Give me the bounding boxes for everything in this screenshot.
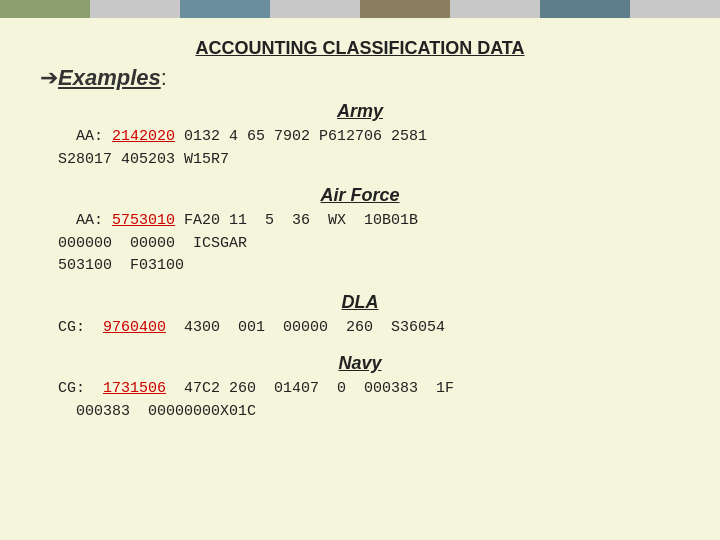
dla-line-1: CG: 9760400 4300 001 00000 260 S36054: [40, 317, 680, 340]
airforce-line-2: 000000 00000 ICSGAR: [40, 233, 680, 256]
airforce-line-1: AA: 5753010 FA20 11 5 36 WX 10B01B: [40, 210, 680, 233]
bar-seg-2: [90, 0, 180, 18]
bar-seg-1: [0, 0, 90, 18]
bar-seg-7: [540, 0, 630, 18]
army-line-2: S28017 405203 W15R7: [40, 149, 680, 172]
section-dla: DLA CG: 9760400 4300 001 00000 260 S3605…: [40, 292, 680, 340]
bar-seg-8: [630, 0, 720, 18]
bar-seg-5: [360, 0, 450, 18]
top-bar: [0, 0, 720, 18]
airforce-title: Air Force: [40, 185, 680, 206]
section-army: Army AA: 2142020 0132 4 65 7902 P612706 …: [40, 101, 680, 171]
navy-highlight: 1731506: [103, 380, 166, 397]
arrow-icon: ➔: [40, 65, 58, 90]
airforce-line-3: 503100 F03100: [40, 255, 680, 278]
colon: :: [161, 65, 167, 90]
bar-seg-4: [270, 0, 360, 18]
navy-line-1: CG: 1731506 47C2 260 01407 0 000383 1F: [40, 378, 680, 401]
airforce-highlight: 5753010: [112, 212, 175, 229]
examples-label: Examples: [58, 65, 161, 90]
section-navy: Navy CG: 1731506 47C2 260 01407 0 000383…: [40, 353, 680, 423]
main-content: ACCOUNTING CLASSIFICATION DATA ➔Examples…: [0, 18, 720, 457]
page-title: ACCOUNTING CLASSIFICATION DATA: [40, 38, 680, 59]
section-airforce: Air Force AA: 5753010 FA20 11 5 36 WX 10…: [40, 185, 680, 278]
dla-title: DLA: [40, 292, 680, 313]
bar-seg-3: [180, 0, 270, 18]
dla-highlight: 9760400: [103, 319, 166, 336]
bar-seg-6: [450, 0, 540, 18]
examples-heading: ➔Examples:: [40, 65, 680, 91]
navy-line-2: 000383 00000000X01C: [40, 401, 680, 424]
army-title: Army: [40, 101, 680, 122]
army-highlight: 2142020: [112, 128, 175, 145]
army-line-1: AA: 2142020 0132 4 65 7902 P612706 2581: [40, 126, 680, 149]
navy-title: Navy: [40, 353, 680, 374]
